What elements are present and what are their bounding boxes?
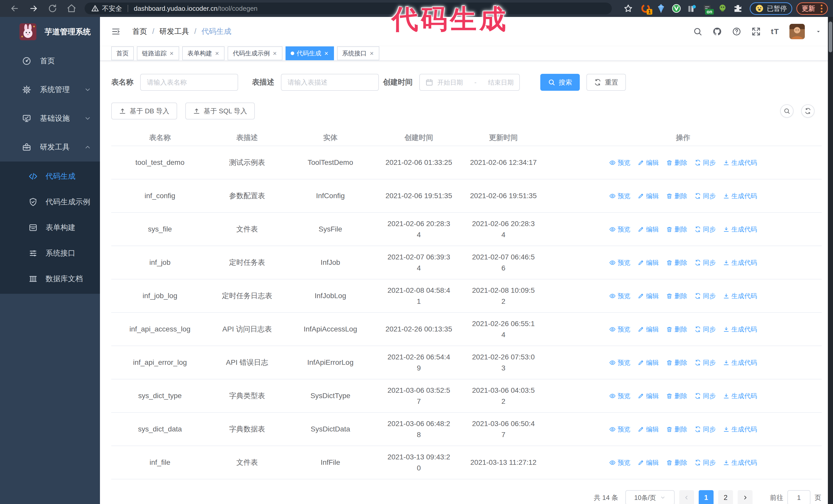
date-range-picker[interactable]: 开始日期 - 结束日期 — [419, 74, 520, 91]
refresh-table-button[interactable] — [801, 104, 814, 118]
generate-code-link[interactable]: 生成代码 — [723, 225, 757, 234]
preview-link[interactable]: 预览 — [609, 159, 630, 167]
search-icon[interactable] — [693, 27, 702, 36]
generate-code-link[interactable]: 生成代码 — [723, 292, 757, 300]
extension-icon-3[interactable] — [671, 3, 682, 14]
preview-link[interactable]: 预览 — [609, 325, 630, 334]
fullscreen-icon[interactable] — [752, 27, 761, 36]
breadcrumb-devtools[interactable]: 研发工具 — [160, 26, 189, 37]
preview-link[interactable]: 预览 — [609, 458, 630, 467]
github-icon[interactable] — [713, 27, 722, 36]
tab-codegen-example[interactable]: 代码生成示例× — [228, 46, 282, 60]
import-sql-button[interactable]: 基于 SQL 导入 — [185, 102, 255, 119]
page-button-2[interactable]: 2 — [718, 490, 733, 504]
sidebar-item-system-api[interactable]: 系统接口 — [0, 240, 100, 266]
delete-link[interactable]: 删除 — [666, 292, 687, 300]
sync-link[interactable]: 同步 — [695, 258, 716, 267]
sync-link[interactable]: 同步 — [695, 292, 716, 300]
extension-icon-5[interactable]: on — [702, 3, 712, 14]
sidebar-item-home[interactable]: 首页 — [0, 47, 100, 75]
table-name-input[interactable] — [140, 74, 238, 91]
generate-code-link[interactable]: 生成代码 — [723, 392, 757, 400]
tab-system-api[interactable]: 系统接口× — [337, 46, 379, 60]
sidebar-item-codegen[interactable]: 代码生成 — [0, 164, 100, 189]
delete-link[interactable]: 删除 — [666, 192, 687, 200]
sidebar-item-infra[interactable]: 基础设施 — [0, 104, 100, 133]
extension-icon-2[interactable] — [656, 3, 666, 14]
toggle-search-button[interactable] — [780, 104, 793, 118]
preview-link[interactable]: 预览 — [609, 425, 630, 433]
page-button-1[interactable]: 1 — [699, 490, 714, 504]
security-chip[interactable]: 不安全 — [91, 4, 122, 13]
next-page-button[interactable] — [738, 490, 753, 504]
delete-link[interactable]: 删除 — [666, 225, 687, 234]
preview-link[interactable]: 预览 — [609, 392, 630, 400]
preview-link[interactable]: 预览 — [609, 192, 630, 200]
browser-home-icon[interactable] — [67, 4, 76, 13]
edit-link[interactable]: 编辑 — [638, 358, 659, 367]
address-bar[interactable]: 不安全 dashboard.yudao.iocoder.cn/tool/code… — [85, 3, 612, 14]
sidebar-item-db-docs[interactable]: 数据库文档 — [0, 266, 100, 292]
close-icon[interactable]: × — [369, 50, 374, 57]
close-icon[interactable]: × — [324, 50, 329, 57]
edit-link[interactable]: 编辑 — [638, 292, 659, 300]
generate-code-link[interactable]: 生成代码 — [723, 425, 757, 433]
breadcrumb-home[interactable]: 首页 — [132, 26, 147, 37]
sync-link[interactable]: 同步 — [695, 225, 716, 234]
preview-link[interactable]: 预览 — [609, 225, 630, 234]
delete-link[interactable]: 删除 — [666, 358, 687, 367]
app-logo-row[interactable]: 芋道管理系统 — [0, 17, 100, 47]
edit-link[interactable]: 编辑 — [638, 225, 659, 234]
generate-code-link[interactable]: 生成代码 — [723, 458, 757, 467]
tab-form-builder[interactable]: 表单构建× — [182, 46, 224, 60]
help-icon[interactable] — [732, 27, 741, 36]
sidebar-item-form-builder[interactable]: 表单构建 — [0, 215, 100, 240]
close-icon[interactable]: × — [272, 50, 277, 57]
font-size-icon[interactable]: tT — [771, 27, 779, 36]
update-browser-pill[interactable]: 更新 — [796, 2, 828, 15]
user-avatar[interactable] — [789, 24, 805, 39]
tab-tracing[interactable]: 链路追踪× — [137, 46, 179, 60]
caret-down-icon[interactable] — [815, 28, 822, 35]
sync-link[interactable]: 同步 — [695, 159, 716, 167]
close-icon[interactable]: × — [169, 50, 174, 57]
sync-link[interactable]: 同步 — [695, 325, 716, 334]
reset-button[interactable]: 重置 — [587, 74, 626, 91]
sidebar-item-codegen-example[interactable]: 代码生成示例 — [0, 189, 100, 215]
bookmark-star-icon[interactable] — [624, 4, 633, 13]
preview-link[interactable]: 预览 — [609, 292, 630, 300]
delete-link[interactable]: 删除 — [666, 392, 687, 400]
browser-reload-icon[interactable] — [48, 4, 57, 13]
edit-link[interactable]: 编辑 — [638, 458, 659, 467]
import-db-button[interactable]: 基于 DB 导入 — [111, 102, 177, 119]
hamburger-menu-icon[interactable] — [111, 27, 121, 36]
page-scrollbar[interactable] — [828, 17, 833, 504]
extension-icon-7[interactable] — [733, 3, 743, 14]
preview-link[interactable]: 预览 — [609, 258, 630, 267]
sync-link[interactable]: 同步 — [695, 458, 716, 467]
generate-code-link[interactable]: 生成代码 — [723, 258, 757, 267]
edit-link[interactable]: 编辑 — [638, 159, 659, 167]
generate-code-link[interactable]: 生成代码 — [723, 159, 757, 167]
edit-link[interactable]: 编辑 — [638, 425, 659, 433]
extension-icon-4[interactable] — [687, 3, 697, 14]
prev-page-button[interactable] — [679, 490, 694, 504]
edit-link[interactable]: 编辑 — [638, 192, 659, 200]
generate-code-link[interactable]: 生成代码 — [723, 358, 757, 367]
delete-link[interactable]: 删除 — [666, 258, 687, 267]
browser-forward-icon[interactable] — [29, 4, 39, 13]
browser-back-icon[interactable] — [10, 4, 20, 13]
edit-link[interactable]: 编辑 — [638, 392, 659, 400]
sync-link[interactable]: 同步 — [695, 392, 716, 400]
generate-code-link[interactable]: 生成代码 — [723, 192, 757, 200]
goto-page-input[interactable] — [787, 490, 810, 504]
delete-link[interactable]: 删除 — [666, 325, 687, 334]
tab-codegen[interactable]: 代码生成× — [286, 46, 334, 60]
paused-extension-pill[interactable]: 已暂停 — [750, 2, 792, 15]
browser-menu-icon[interactable] — [821, 5, 823, 13]
sync-link[interactable]: 同步 — [695, 425, 716, 433]
close-icon[interactable]: × — [215, 50, 219, 57]
scrollbar-thumb[interactable] — [829, 22, 832, 52]
preview-link[interactable]: 预览 — [609, 358, 630, 367]
generate-code-link[interactable]: 生成代码 — [723, 325, 757, 334]
